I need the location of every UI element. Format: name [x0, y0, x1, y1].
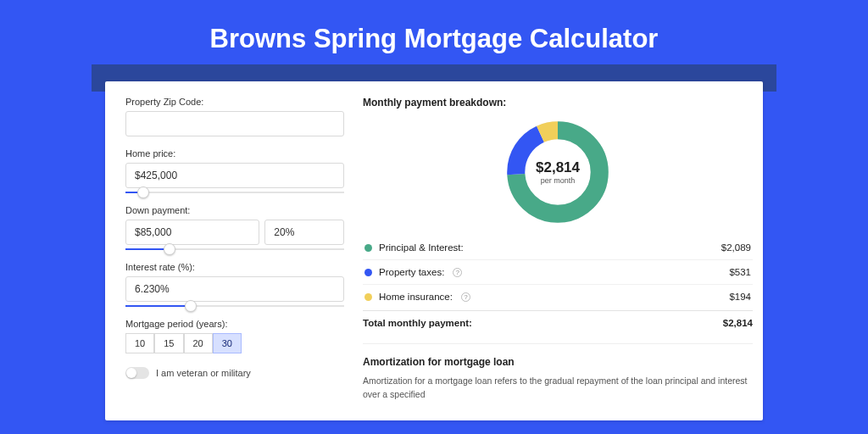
period-options: 10152030 [125, 333, 344, 353]
legend-value: $2,089 [721, 242, 751, 253]
page-title: Browns Spring Mortgage Calculator [0, 0, 868, 64]
legend-row: Property taxes:?$531 [363, 259, 753, 284]
legend-row: Principal & Interest:$2,089 [363, 236, 753, 259]
legend-label: Principal & Interest: [379, 242, 464, 253]
total-label: Total monthly payment: [363, 318, 472, 328]
legend-dot-icon [364, 293, 372, 301]
info-icon[interactable]: ? [453, 268, 462, 277]
legend-dot-icon [364, 244, 372, 252]
info-icon[interactable]: ? [461, 292, 470, 302]
donut-subtext: per month [541, 176, 576, 185]
home-price-slider[interactable] [125, 192, 344, 193]
breakdown-title: Monthly payment breakdown: [363, 97, 753, 108]
donut-value: $2,814 [536, 159, 580, 176]
interest-input[interactable] [125, 276, 344, 302]
slider-thumb[interactable] [137, 186, 149, 198]
interest-slider[interactable] [125, 305, 344, 307]
home-price-input[interactable] [125, 163, 344, 188]
down-payment-pct-input[interactable] [264, 220, 344, 245]
home-price-group: Home price: [125, 148, 344, 193]
amortization-section: Amortization for mortgage loan Amortizat… [363, 343, 753, 402]
period-group: Mortgage period (years): 10152030 [125, 319, 344, 353]
veteran-row: I am veteran or military [125, 367, 344, 379]
zip-label: Property Zip Code: [125, 97, 344, 107]
legend-value: $194 [729, 292, 751, 302]
total-row: Total monthly payment: $2,814 [363, 310, 753, 328]
interest-group: Interest rate (%): [125, 262, 344, 307]
period-option-10[interactable]: 10 [125, 333, 154, 353]
legend-label: Property taxes: [379, 267, 444, 277]
veteran-label: I am veteran or military [156, 368, 251, 378]
period-option-30[interactable]: 30 [213, 333, 242, 353]
home-price-label: Home price: [125, 148, 344, 159]
zip-group: Property Zip Code: [125, 97, 344, 136]
slider-thumb[interactable] [164, 243, 175, 255]
legend-list: Principal & Interest:$2,089Property taxe… [363, 236, 753, 309]
down-payment-label: Down payment: [125, 205, 344, 215]
period-label: Mortgage period (years): [125, 319, 344, 329]
interest-label: Interest rate (%): [125, 262, 344, 272]
amortization-title: Amortization for mortgage loan [363, 356, 753, 368]
down-payment-group: Down payment: [125, 205, 344, 250]
legend-row: Home insurance:?$194 [363, 284, 753, 309]
legend-value: $531 [729, 267, 751, 277]
total-value: $2,814 [723, 318, 753, 328]
form-panel: Property Zip Code: Home price: Down paym… [125, 97, 344, 415]
payment-donut-chart: $2,814 per month [503, 117, 613, 227]
amortization-text: Amortization for a mortgage loan refers … [363, 375, 753, 402]
period-option-20[interactable]: 20 [184, 333, 213, 353]
legend-label: Home insurance: [379, 292, 453, 302]
calculator-card: Property Zip Code: Home price: Down paym… [105, 81, 763, 420]
down-payment-input[interactable] [125, 220, 259, 245]
legend-dot-icon [364, 269, 372, 276]
slider-thumb[interactable] [185, 300, 197, 312]
toggle-knob [126, 368, 136, 378]
veteran-toggle[interactable] [125, 367, 149, 379]
zip-input[interactable] [125, 111, 344, 136]
breakdown-panel: Monthly payment breakdown: $2,814 per mo… [363, 97, 753, 415]
period-option-15[interactable]: 15 [154, 333, 183, 353]
down-payment-slider[interactable] [125, 248, 344, 250]
